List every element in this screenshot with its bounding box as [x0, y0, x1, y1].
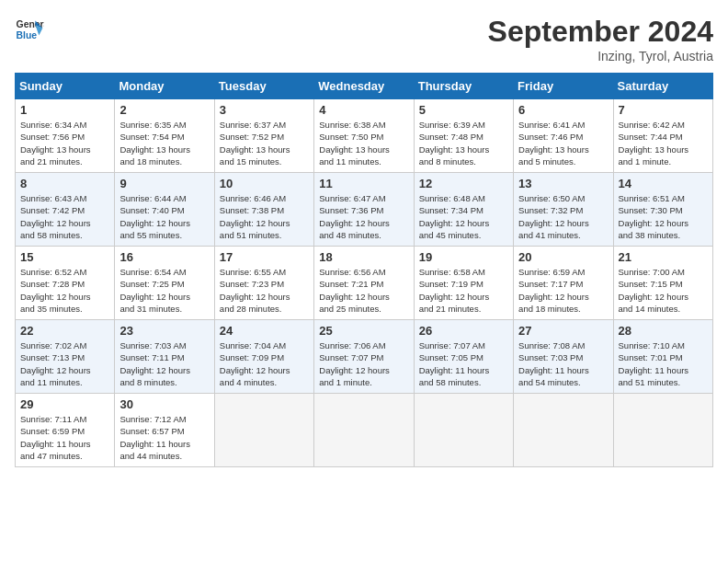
day-number: 17 — [220, 250, 309, 264]
day-info: Sunrise: 6:39 AM Sunset: 7:48 PM Dayligh… — [419, 119, 508, 167]
calendar-week-row: 8Sunrise: 6:43 AM Sunset: 7:42 PM Daylig… — [16, 173, 713, 247]
day-number: 29 — [20, 397, 109, 411]
day-info: Sunrise: 6:41 AM Sunset: 7:46 PM Dayligh… — [518, 119, 608, 167]
day-number: 23 — [119, 324, 209, 338]
day-info: Sunrise: 7:11 AM Sunset: 6:59 PM Dayligh… — [20, 413, 109, 462]
day-number: 28 — [619, 324, 708, 338]
day-info: Sunrise: 6:43 AM Sunset: 7:42 PM Dayligh… — [20, 192, 109, 241]
day-info: Sunrise: 6:52 AM Sunset: 7:28 PM Dayligh… — [20, 266, 109, 315]
day-number: 2 — [119, 103, 209, 117]
col-tuesday: Tuesday — [214, 74, 313, 99]
calendar-day-cell: 27Sunrise: 7:08 AM Sunset: 7:03 PM Dayli… — [514, 320, 613, 394]
calendar-day-cell — [514, 394, 613, 467]
day-number: 25 — [319, 324, 408, 338]
calendar-week-row: 1Sunrise: 6:34 AM Sunset: 7:56 PM Daylig… — [16, 99, 713, 173]
calendar-day-cell — [214, 394, 313, 467]
day-info: Sunrise: 6:44 AM Sunset: 7:40 PM Dayligh… — [119, 192, 209, 241]
calendar-day-cell: 2Sunrise: 6:35 AM Sunset: 7:54 PM Daylig… — [115, 99, 214, 173]
svg-text:Blue: Blue — [17, 30, 38, 40]
day-info: Sunrise: 6:55 AM Sunset: 7:23 PM Dayligh… — [220, 266, 309, 315]
calendar-day-cell: 13Sunrise: 6:50 AM Sunset: 7:32 PM Dayli… — [514, 173, 613, 247]
title-area: September 2024 Inzing, Tyrol, Austria — [488, 15, 713, 63]
col-saturday: Saturday — [613, 74, 712, 99]
calendar-day-cell — [414, 394, 513, 467]
calendar-title: September 2024 — [488, 15, 713, 49]
day-number: 30 — [119, 397, 209, 411]
day-number: 22 — [20, 324, 109, 338]
day-number: 11 — [319, 177, 408, 190]
day-number: 14 — [619, 177, 708, 190]
calendar-day-cell: 24Sunrise: 7:04 AM Sunset: 7:09 PM Dayli… — [214, 320, 313, 394]
col-monday: Monday — [115, 74, 214, 99]
day-number: 26 — [419, 324, 508, 338]
day-number: 15 — [20, 250, 109, 264]
day-info: Sunrise: 6:51 AM Sunset: 7:30 PM Dayligh… — [619, 192, 708, 241]
calendar-day-cell: 15Sunrise: 6:52 AM Sunset: 7:28 PM Dayli… — [16, 247, 115, 320]
day-info: Sunrise: 6:35 AM Sunset: 7:54 PM Dayligh… — [119, 119, 209, 167]
header: General Blue September 2024 Inzing, Tyro… — [15, 15, 713, 63]
day-number: 13 — [518, 177, 608, 190]
day-info: Sunrise: 6:58 AM Sunset: 7:19 PM Dayligh… — [419, 266, 508, 315]
day-info: Sunrise: 7:04 AM Sunset: 7:09 PM Dayligh… — [220, 339, 309, 388]
calendar-day-cell: 16Sunrise: 6:54 AM Sunset: 7:25 PM Dayli… — [115, 247, 214, 320]
day-info: Sunrise: 7:00 AM Sunset: 7:15 PM Dayligh… — [619, 266, 708, 315]
calendar-day-cell: 11Sunrise: 6:47 AM Sunset: 7:36 PM Dayli… — [314, 173, 414, 247]
day-info: Sunrise: 6:46 AM Sunset: 7:38 PM Dayligh… — [220, 192, 309, 241]
day-info: Sunrise: 6:37 AM Sunset: 7:52 PM Dayligh… — [220, 119, 309, 167]
calendar-day-cell: 6Sunrise: 6:41 AM Sunset: 7:46 PM Daylig… — [514, 99, 613, 173]
day-info: Sunrise: 6:34 AM Sunset: 7:56 PM Dayligh… — [20, 119, 109, 167]
calendar-day-cell: 29Sunrise: 7:11 AM Sunset: 6:59 PM Dayli… — [16, 394, 115, 467]
day-info: Sunrise: 6:42 AM Sunset: 7:44 PM Dayligh… — [619, 119, 708, 167]
day-info: Sunrise: 6:50 AM Sunset: 7:32 PM Dayligh… — [518, 192, 608, 241]
col-thursday: Thursday — [414, 74, 513, 99]
header-row: Sunday Monday Tuesday Wednesday Thursday… — [16, 74, 713, 99]
calendar-week-row: 22Sunrise: 7:02 AM Sunset: 7:13 PM Dayli… — [16, 320, 713, 394]
day-number: 5 — [419, 103, 508, 117]
calendar-day-cell: 17Sunrise: 6:55 AM Sunset: 7:23 PM Dayli… — [214, 247, 313, 320]
calendar-day-cell: 25Sunrise: 7:06 AM Sunset: 7:07 PM Dayli… — [314, 320, 414, 394]
calendar-day-cell: 9Sunrise: 6:44 AM Sunset: 7:40 PM Daylig… — [115, 173, 214, 247]
day-number: 8 — [20, 177, 109, 190]
day-number: 1 — [20, 103, 109, 117]
day-info: Sunrise: 6:54 AM Sunset: 7:25 PM Dayligh… — [119, 266, 209, 315]
col-wednesday: Wednesday — [314, 74, 414, 99]
calendar-day-cell: 5Sunrise: 6:39 AM Sunset: 7:48 PM Daylig… — [414, 99, 513, 173]
calendar-day-cell: 7Sunrise: 6:42 AM Sunset: 7:44 PM Daylig… — [613, 99, 712, 173]
day-number: 19 — [419, 250, 508, 264]
day-number: 10 — [220, 177, 309, 190]
col-friday: Friday — [514, 74, 613, 99]
calendar-day-cell: 4Sunrise: 6:38 AM Sunset: 7:50 PM Daylig… — [314, 99, 414, 173]
day-number: 21 — [619, 250, 708, 264]
calendar-day-cell: 19Sunrise: 6:58 AM Sunset: 7:19 PM Dayli… — [414, 247, 513, 320]
calendar-day-cell: 10Sunrise: 6:46 AM Sunset: 7:38 PM Dayli… — [214, 173, 313, 247]
day-info: Sunrise: 7:02 AM Sunset: 7:13 PM Dayligh… — [20, 339, 109, 388]
day-info: Sunrise: 7:06 AM Sunset: 7:07 PM Dayligh… — [319, 339, 408, 388]
day-number: 7 — [619, 103, 708, 117]
day-info: Sunrise: 6:59 AM Sunset: 7:17 PM Dayligh… — [518, 266, 608, 315]
calendar-table: Sunday Monday Tuesday Wednesday Thursday… — [15, 73, 713, 467]
day-number: 4 — [319, 103, 408, 117]
day-number: 18 — [319, 250, 408, 264]
day-number: 27 — [518, 324, 608, 338]
day-number: 6 — [518, 103, 608, 117]
calendar-day-cell: 30Sunrise: 7:12 AM Sunset: 6:57 PM Dayli… — [115, 394, 214, 467]
logo: General Blue — [15, 15, 44, 44]
day-info: Sunrise: 7:10 AM Sunset: 7:01 PM Dayligh… — [619, 339, 708, 388]
calendar-day-cell: 14Sunrise: 6:51 AM Sunset: 7:30 PM Dayli… — [613, 173, 712, 247]
day-info: Sunrise: 7:07 AM Sunset: 7:05 PM Dayligh… — [419, 339, 508, 388]
calendar-day-cell: 21Sunrise: 7:00 AM Sunset: 7:15 PM Dayli… — [613, 247, 712, 320]
calendar-day-cell: 22Sunrise: 7:02 AM Sunset: 7:13 PM Dayli… — [16, 320, 115, 394]
calendar-day-cell — [314, 394, 414, 467]
calendar-week-row: 29Sunrise: 7:11 AM Sunset: 6:59 PM Dayli… — [16, 394, 713, 467]
calendar-day-cell — [613, 394, 712, 467]
day-info: Sunrise: 7:03 AM Sunset: 7:11 PM Dayligh… — [119, 339, 209, 388]
day-info: Sunrise: 7:08 AM Sunset: 7:03 PM Dayligh… — [518, 339, 608, 388]
day-number: 24 — [220, 324, 309, 338]
calendar-day-cell: 28Sunrise: 7:10 AM Sunset: 7:01 PM Dayli… — [613, 320, 712, 394]
calendar-day-cell: 23Sunrise: 7:03 AM Sunset: 7:11 PM Dayli… — [115, 320, 214, 394]
calendar-day-cell: 3Sunrise: 6:37 AM Sunset: 7:52 PM Daylig… — [214, 99, 313, 173]
day-number: 20 — [518, 250, 608, 264]
day-info: Sunrise: 7:12 AM Sunset: 6:57 PM Dayligh… — [119, 413, 209, 462]
calendar-day-cell: 26Sunrise: 7:07 AM Sunset: 7:05 PM Dayli… — [414, 320, 513, 394]
calendar-day-cell: 8Sunrise: 6:43 AM Sunset: 7:42 PM Daylig… — [16, 173, 115, 247]
